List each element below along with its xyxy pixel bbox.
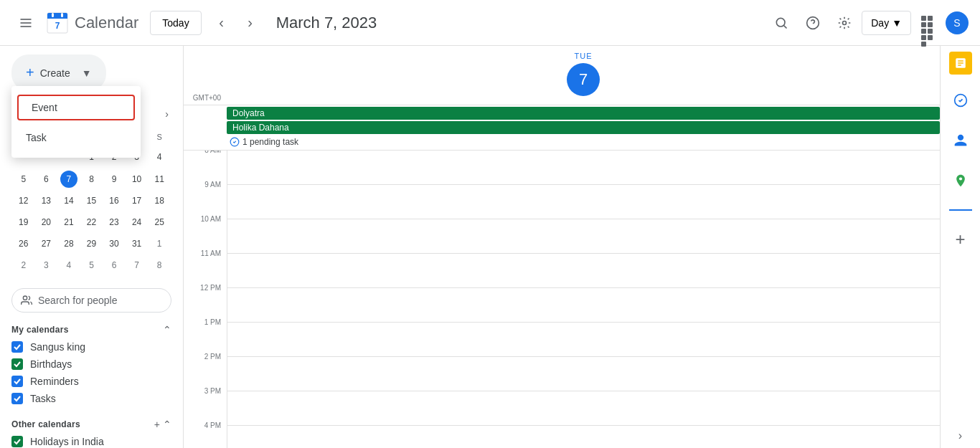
svg-rect-7 xyxy=(52,13,54,17)
mini-cal-day[interactable]: 17 xyxy=(126,191,148,211)
mini-cal-day[interactable]: 7 xyxy=(58,169,80,189)
mini-cal-day[interactable]: 20 xyxy=(36,212,57,232)
view-selector[interactable]: Day ▼ xyxy=(862,11,911,35)
mini-cal-day[interactable]: 10 xyxy=(126,169,148,189)
create-event-option[interactable]: Event xyxy=(17,95,135,120)
dropdown-arrow-icon: ▼ xyxy=(82,67,92,79)
mini-cal-day[interactable]: 6 xyxy=(103,255,125,275)
mini-cal-day[interactable]: 8 xyxy=(149,255,170,275)
hour-line-8 xyxy=(227,151,940,185)
right-panel-contacts-icon[interactable] xyxy=(946,126,975,155)
search-people-text: Search for people xyxy=(38,295,118,306)
today-button[interactable]: Today xyxy=(150,11,201,35)
right-panel-maps-icon[interactable] xyxy=(946,166,975,195)
allday-row: Dolyatra Holika Dahana 1 pending task xyxy=(184,105,940,151)
mini-cal-day[interactable]: 7 xyxy=(126,255,148,275)
mini-cal-day[interactable]: 2 xyxy=(13,255,34,275)
main-layout: + Create ▼ Event Task ‹ March 2023 › S xyxy=(0,46,980,448)
mini-cal-day[interactable]: 26 xyxy=(13,234,34,254)
mini-cal-day[interactable]: 1 xyxy=(149,234,170,254)
next-button[interactable]: › xyxy=(236,9,265,37)
my-calendars-toggle[interactable]: ⌃ xyxy=(163,324,171,335)
mini-cal-day[interactable]: 21 xyxy=(58,212,80,232)
gmt-label: GMT+00 xyxy=(184,94,227,102)
mini-cal-day[interactable]: 9 xyxy=(103,169,125,189)
reminders-label: Reminders xyxy=(30,376,79,387)
current-date: March 7, 2023 xyxy=(276,14,377,32)
day-column-header: TUE 7 xyxy=(227,52,940,102)
mini-cal-day[interactable]: 24 xyxy=(126,212,148,232)
allday-events: Dolyatra Holika Dahana 1 pending task xyxy=(227,105,940,150)
prev-button[interactable]: ‹ xyxy=(207,9,236,37)
calendar-item-tasks[interactable]: Tasks xyxy=(11,390,171,407)
google-calendar-icon: 7 xyxy=(46,11,69,34)
mini-cal-day[interactable]: 28 xyxy=(58,234,80,254)
holidays-checkbox[interactable] xyxy=(11,436,23,447)
mini-cal-day[interactable]: 16 xyxy=(103,191,125,211)
day-number[interactable]: 7 xyxy=(567,63,600,96)
right-panel-tasks-icon[interactable] xyxy=(946,86,975,115)
event-dolyatra[interactable]: Dolyatra xyxy=(227,107,940,120)
hour-line-1 xyxy=(227,323,940,357)
app-name: Calendar xyxy=(75,14,138,32)
user-avatar[interactable]: S xyxy=(946,11,969,34)
calendar-item-reminders[interactable]: Reminders xyxy=(11,373,171,390)
menu-button[interactable] xyxy=(11,9,40,37)
birthdays-checkbox[interactable] xyxy=(11,358,23,370)
mini-cal-day[interactable]: 29 xyxy=(81,234,103,254)
hour-line-9 xyxy=(227,185,940,219)
mini-cal-day[interactable]: 25 xyxy=(149,212,170,232)
svg-rect-8 xyxy=(61,13,63,17)
mini-cal-day[interactable]: 27 xyxy=(36,234,57,254)
tasks-checkbox[interactable] xyxy=(11,393,23,404)
apps-button[interactable] xyxy=(914,9,943,37)
mini-cal-day[interactable]: 18 xyxy=(149,191,170,211)
search-button[interactable] xyxy=(767,9,796,37)
mini-cal-day[interactable]: 22 xyxy=(81,212,103,232)
my-calendars-title: My calendars xyxy=(11,325,69,335)
other-calendars-toggle[interactable]: ⌃ xyxy=(163,419,171,430)
create-task-option[interactable]: Task xyxy=(11,123,141,152)
mini-cal-day[interactable]: 8 xyxy=(81,169,103,189)
add-other-calendar-button[interactable]: + xyxy=(154,419,160,430)
mini-cal-day[interactable]: 4 xyxy=(149,146,170,168)
sangus-checkbox[interactable] xyxy=(11,341,23,353)
mini-cal-day[interactable]: 19 xyxy=(13,212,34,232)
calendar-item-holidays[interactable]: Holidays in India xyxy=(11,433,171,448)
calendar-item-sangus[interactable]: Sangus king xyxy=(11,338,171,356)
time-labels: 8 AM 9 AM 10 AM 11 AM 12 PM 1 PM 2 PM 3 … xyxy=(184,151,227,448)
mini-cal-day[interactable]: 23 xyxy=(103,212,125,232)
reminders-checkbox[interactable] xyxy=(11,376,23,387)
mini-cal-day[interactable]: 5 xyxy=(81,255,103,275)
day-grid[interactable] xyxy=(227,151,940,448)
mini-cal-day[interactable]: 14 xyxy=(58,191,80,211)
time-grid: 8 AM 9 AM 10 AM 11 AM 12 PM 1 PM 2 PM 3 … xyxy=(184,151,940,448)
svg-point-14 xyxy=(23,296,27,300)
pending-task[interactable]: 1 pending task xyxy=(227,135,940,148)
mini-cal-day[interactable]: 12 xyxy=(13,191,34,211)
svg-point-21 xyxy=(958,177,961,180)
mini-cal-day[interactable]: 4 xyxy=(58,255,80,275)
right-panel-divider xyxy=(949,209,972,211)
event-holika[interactable]: Holika Dahana xyxy=(227,121,940,134)
topbar: 7 Calendar Today ‹ › March 7, 2023 Day ▼ xyxy=(0,0,980,46)
mini-cal-day[interactable]: 6 xyxy=(36,169,57,189)
mini-cal-day[interactable]: 31 xyxy=(126,234,148,254)
sangus-label: Sangus king xyxy=(30,341,85,353)
help-button[interactable] xyxy=(798,9,827,37)
right-panel-add-button[interactable]: + xyxy=(946,225,975,254)
hour-line-10 xyxy=(227,219,940,254)
mini-cal-day[interactable]: 30 xyxy=(103,234,125,254)
mini-cal-day[interactable]: 3 xyxy=(36,255,57,275)
search-people-button[interactable]: Search for people xyxy=(11,288,171,313)
mini-cal-day[interactable]: 11 xyxy=(149,169,170,189)
calendar-item-birthdays[interactable]: Birthdays xyxy=(11,356,171,373)
mini-cal-day[interactable]: 5 xyxy=(13,169,34,189)
right-panel-notes-icon[interactable] xyxy=(949,52,972,75)
mini-cal-next[interactable]: › xyxy=(162,105,171,123)
mini-cal-day[interactable]: 15 xyxy=(81,191,103,211)
right-panel-expand-button[interactable]: › xyxy=(958,429,962,442)
mini-cal-day[interactable]: 13 xyxy=(36,191,57,211)
people-search-icon xyxy=(21,295,32,306)
settings-button[interactable] xyxy=(830,9,859,37)
